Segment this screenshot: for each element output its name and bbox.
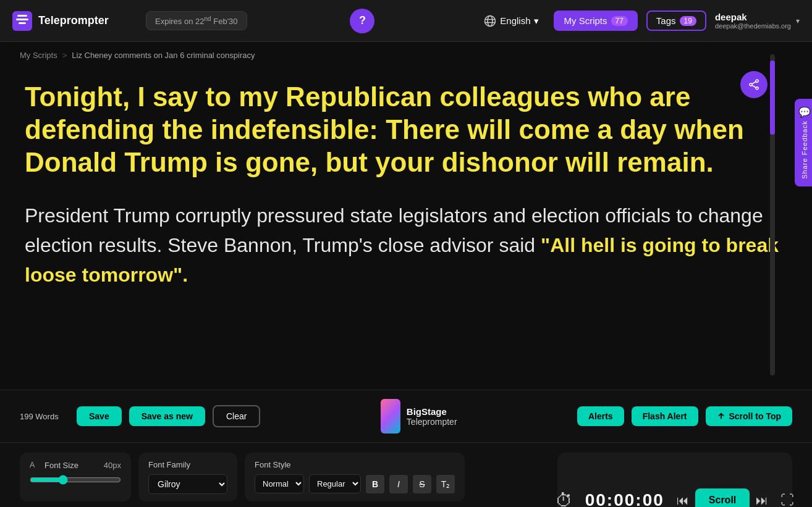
clear-button[interactable]: Clear	[213, 405, 260, 427]
logo-text: Teleprompter	[38, 14, 109, 27]
breadcrumb: My Scripts > Liz Cheney comments on Jan …	[0, 42, 812, 69]
font-style-select1[interactable]: Normal Bold Italic	[255, 474, 304, 493]
svg-rect-3	[19, 22, 26, 24]
tags-button[interactable]: Tags 19	[646, 10, 706, 31]
svg-point-5	[488, 15, 493, 26]
svg-rect-1	[17, 15, 27, 17]
subscript-button[interactable]: T₂	[436, 475, 455, 493]
user-name: deepak	[715, 12, 791, 22]
font-size-value: 40px	[104, 461, 121, 470]
breadcrumb-current: Liz Cheney comments on Jan 6 criminal co…	[72, 51, 255, 60]
svg-point-9	[750, 83, 752, 86]
svg-point-10	[756, 87, 758, 90]
settings-panel: A Font Size 40px Font Family Gilroy Aria…	[0, 442, 812, 507]
logo-area: Teleprompter	[12, 11, 136, 31]
bigstage-logo: BigStage Teleprompter	[381, 399, 457, 434]
script-area: Tonight, I say to my Republican colleagu…	[0, 69, 812, 390]
scroll-to-top-button[interactable]: Scroll to Top	[706, 406, 793, 426]
my-scripts-badge: 77	[611, 16, 628, 26]
highlighted-paragraph: Tonight, I say to my Republican colleagu…	[25, 81, 787, 178]
timer-prev-button[interactable]: ⏮	[677, 493, 689, 508]
font-size-slider[interactable]	[30, 475, 121, 485]
timer-next-button[interactable]: ⏭	[756, 493, 768, 508]
strikethrough-button[interactable]: S	[413, 475, 431, 493]
scroll-thumb[interactable]	[770, 61, 775, 135]
share-button[interactable]	[740, 71, 768, 98]
logo-icon	[12, 11, 32, 31]
language-chevron: ▾	[534, 15, 539, 27]
bottom-toolbar: 199 Words Save Save as new Clear BigStag…	[0, 390, 812, 442]
user-email: deepak@thedemiabs.org	[715, 22, 791, 30]
timer-display: 00:00:00	[585, 490, 664, 507]
feedback-label: Share Feedback	[801, 120, 808, 179]
timer-panel: ⏱ 00:00:00 ⏮ Scroll ⏭ ⛶	[557, 453, 792, 507]
save-button[interactable]: Save	[77, 406, 122, 426]
font-size-icon: A	[30, 460, 40, 470]
tags-badge: 19	[680, 16, 696, 26]
italic-button[interactable]: I	[389, 475, 408, 493]
timer-icon: ⏱	[556, 490, 573, 508]
svg-rect-2	[16, 19, 28, 20]
font-family-control: Font Family Gilroy Arial Georgia	[138, 453, 237, 501]
svg-line-11	[752, 82, 756, 84]
user-menu[interactable]: deepak deepak@thedemiabs.org ▾	[715, 12, 800, 30]
my-scripts-button[interactable]: My Scripts 77	[554, 10, 637, 31]
share-icon	[748, 78, 760, 91]
feedback-sidebar[interactable]: 💬 Share Feedback	[795, 99, 812, 186]
svg-rect-0	[12, 11, 32, 31]
breadcrumb-parent[interactable]: My Scripts	[20, 51, 57, 60]
svg-point-8	[756, 80, 758, 82]
font-style-control: Font Style Normal Bold Italic Regular B …	[245, 453, 465, 501]
svg-text:A: A	[30, 461, 35, 469]
expires-badge: Expires on 22nd Feb'30	[146, 11, 247, 30]
font-family-select[interactable]: Gilroy Arial Georgia	[148, 474, 227, 494]
scroll-track	[770, 54, 775, 375]
bigstage-phone-icon	[381, 399, 400, 434]
user-chevron: ▾	[796, 17, 800, 25]
fullscreen-button[interactable]: ⛶	[780, 492, 794, 507]
save-as-new-button[interactable]: Save as new	[129, 406, 205, 426]
feedback-icon: 💬	[798, 106, 811, 118]
arrow-up-icon	[717, 412, 725, 421]
timer-controls: ⏮ Scroll ⏭	[677, 488, 768, 507]
breadcrumb-separator: >	[62, 51, 67, 60]
scroll-button[interactable]: Scroll	[695, 488, 750, 507]
header: Teleprompter Expires on 22nd Feb'30 ? En…	[0, 0, 812, 42]
globe-icon	[484, 15, 496, 27]
font-style-select2[interactable]: Regular	[309, 474, 361, 493]
flash-alert-button[interactable]: Flash Alert	[632, 406, 698, 426]
help-button[interactable]: ?	[350, 9, 374, 33]
bold-button[interactable]: B	[366, 475, 384, 493]
word-count: 199 Words	[20, 412, 69, 421]
svg-line-12	[752, 85, 756, 88]
body-text: President Trump corruptly pressured stat…	[25, 201, 787, 290]
language-label: English	[500, 15, 530, 26]
svg-point-4	[485, 15, 496, 26]
font-size-control: A Font Size 40px	[20, 453, 131, 501]
alerts-button[interactable]: Alerts	[577, 406, 624, 426]
language-selector[interactable]: English ▾	[478, 11, 545, 31]
